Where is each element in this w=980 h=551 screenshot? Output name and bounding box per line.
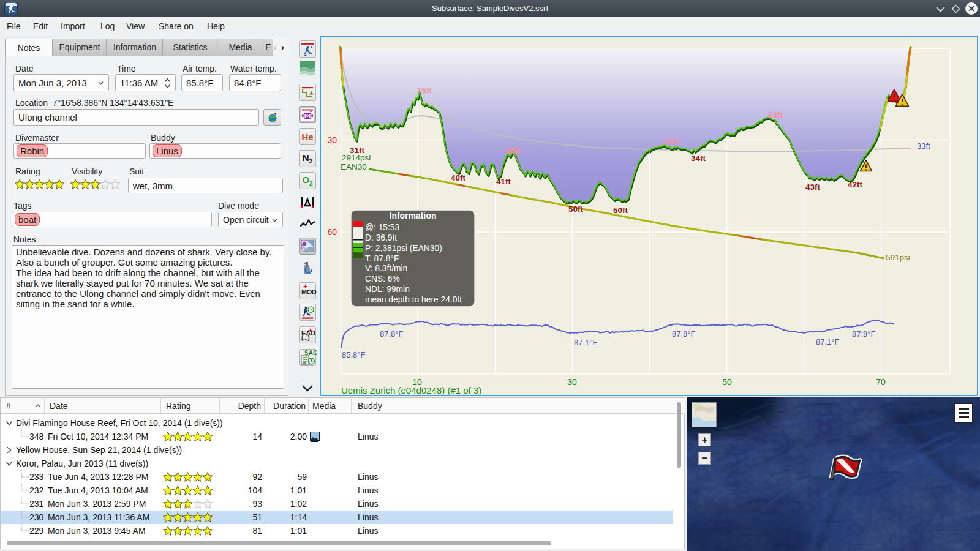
svg-text:87.8°F: 87.8°F xyxy=(380,329,404,339)
svg-text:33ft: 33ft xyxy=(917,141,930,151)
svg-text:EAN30: EAN30 xyxy=(341,162,367,171)
svg-text:35ft: 35ft xyxy=(506,146,521,156)
svg-text:31ft: 31ft xyxy=(665,137,680,146)
svg-text:85.8°F: 85.8°F xyxy=(342,350,366,359)
svg-text:40ft: 40ft xyxy=(451,173,466,182)
svg-text:70: 70 xyxy=(876,377,886,387)
svg-text:Information: Information xyxy=(390,211,437,220)
svg-text:41ft: 41ft xyxy=(496,177,511,186)
svg-text:50: 50 xyxy=(722,377,732,387)
svg-text:87:8°F: 87:8°F xyxy=(852,329,876,339)
svg-text:@: 15:53: @: 15:53 xyxy=(365,223,400,232)
svg-text:30: 30 xyxy=(567,377,577,387)
svg-text:T: 87.8°F: T: 87.8°F xyxy=(365,254,399,263)
svg-text:60: 60 xyxy=(327,227,337,237)
svg-text:2914psi: 2914psi xyxy=(342,153,371,162)
svg-text:15ft: 15ft xyxy=(417,86,432,95)
svg-text:50ft: 50ft xyxy=(568,204,584,214)
svg-text:P: 2,381psi (EAN30): P: 2,381psi (EAN30) xyxy=(365,244,442,253)
svg-text:CNS: 6%: CNS: 6% xyxy=(365,274,400,283)
svg-text:NDL: 99min: NDL: 99min xyxy=(365,285,410,294)
svg-text:Uemis Zurich (e04d0248) (#1 of: Uemis Zurich (e04d0248) (#1 of 3) xyxy=(341,385,481,395)
svg-text:30: 30 xyxy=(327,135,337,145)
svg-text:mean depth to here 24.0ft: mean depth to here 24.0ft xyxy=(365,295,462,304)
svg-text:23ft: 23ft xyxy=(768,110,783,119)
svg-text:43ft: 43ft xyxy=(805,182,821,192)
svg-text:87.8°F: 87.8°F xyxy=(672,329,696,339)
svg-text:V: 8.3ft/min: V: 8.3ft/min xyxy=(365,264,407,273)
svg-text:D: 36.9ft: D: 36.9ft xyxy=(365,233,397,242)
svg-text:34ft: 34ft xyxy=(691,154,706,163)
svg-text:87.1°F: 87.1°F xyxy=(816,337,840,347)
svg-text:87.1°F: 87.1°F xyxy=(574,338,598,347)
svg-text:50ft: 50ft xyxy=(613,206,628,215)
svg-text:591psi: 591psi xyxy=(886,253,910,262)
svg-text:42ft: 42ft xyxy=(848,180,863,189)
